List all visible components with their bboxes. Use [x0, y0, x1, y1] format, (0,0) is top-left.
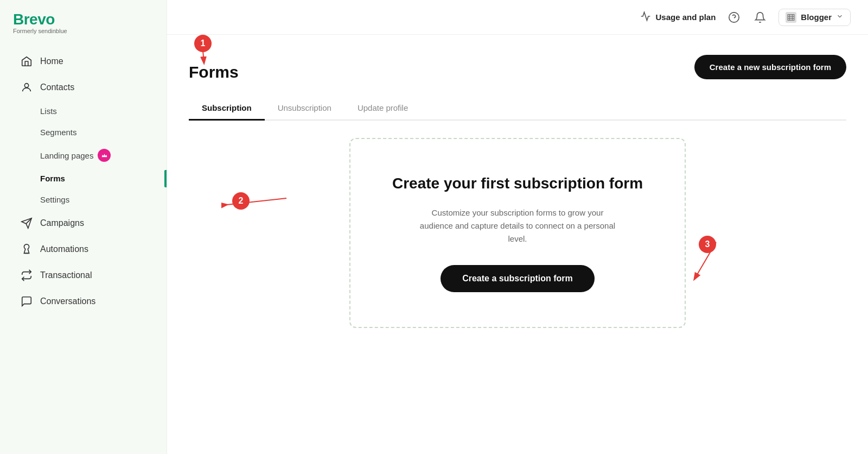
- sidebar-item-forms[interactable]: Forms: [5, 168, 161, 188]
- sidebar-item-home[interactable]: Home: [5, 49, 161, 74]
- usage-and-plan-button[interactable]: Usage and plan: [640, 11, 716, 23]
- arrow-2: [221, 190, 319, 222]
- sidebar-item-campaigns[interactable]: Campaigns: [5, 211, 161, 236]
- logo-name: Brevo: [13, 12, 67, 27]
- logo-sub: Formerly sendinblue: [13, 28, 67, 34]
- create-subscription-form-button[interactable]: Create a subscription form: [441, 265, 595, 292]
- page-title: Forms: [189, 63, 239, 81]
- crown-badge: [98, 149, 111, 162]
- building-icon: [786, 12, 796, 23]
- annotation-1: 1: [194, 35, 212, 52]
- annotation-3: 3: [699, 236, 716, 253]
- home-icon: [21, 55, 33, 67]
- svg-line-6: [694, 242, 716, 279]
- tab-unsubscription[interactable]: Unsubscription: [265, 97, 344, 121]
- svg-point-1: [729, 12, 739, 22]
- campaigns-icon: [21, 217, 33, 229]
- create-new-subscription-form-button[interactable]: Create a new subscription form: [694, 55, 846, 79]
- page-header: Forms Create a new subscription form: [189, 52, 846, 81]
- tabs: Subscription Unsubscription Update profi…: [189, 97, 846, 121]
- sidebar-item-lists[interactable]: Lists: [5, 101, 161, 121]
- tab-subscription[interactable]: Subscription: [189, 97, 265, 121]
- annotation-2: 2: [232, 192, 250, 210]
- sidebar: Brevo Formerly sendinblue Home Cont: [0, 0, 167, 454]
- contacts-icon: [21, 81, 33, 93]
- help-icon[interactable]: [726, 10, 742, 25]
- svg-rect-3: [788, 14, 794, 20]
- svg-point-0: [24, 84, 28, 87]
- empty-state-card: Create your first subscription form Cust…: [349, 138, 686, 328]
- nav-active-indicator: [164, 170, 167, 187]
- svg-line-5: [227, 198, 286, 205]
- sidebar-item-conversations[interactable]: Conversations: [5, 289, 161, 314]
- logo: Brevo Formerly sendinblue: [0, 0, 167, 44]
- sidebar-item-transactional-label: Transactional: [40, 270, 92, 280]
- sidebar-item-automations-label: Automations: [40, 244, 88, 254]
- sidebar-item-settings-label: Settings: [40, 195, 69, 204]
- user-menu[interactable]: Blogger: [778, 9, 851, 26]
- sidebar-item-contacts-label: Contacts: [40, 83, 74, 92]
- sidebar-item-segments[interactable]: Segments: [5, 122, 161, 142]
- sidebar-item-home-label: Home: [40, 56, 63, 66]
- empty-state-description: Customize your subscription forms to gro…: [414, 206, 621, 245]
- sidebar-item-segments-label: Segments: [40, 128, 77, 137]
- arrow-3: [673, 236, 760, 290]
- user-label: Blogger: [801, 12, 832, 22]
- empty-state-title: Create your first subscription form: [392, 174, 643, 193]
- tab-update-profile[interactable]: Update profile: [344, 97, 421, 121]
- sidebar-item-settings[interactable]: Settings: [5, 190, 161, 210]
- sidebar-item-automations[interactable]: Automations: [5, 237, 161, 262]
- conversations-icon: [21, 295, 33, 307]
- sidebar-item-lists-label: Lists: [40, 106, 57, 116]
- page-content: 1 Forms Create a new subscription form S…: [167, 35, 868, 454]
- sidebar-item-contacts[interactable]: Contacts: [5, 75, 161, 100]
- sidebar-item-forms-label: Forms: [40, 174, 65, 183]
- sidebar-item-landing-pages-label: Landing pages: [40, 151, 93, 160]
- automations-icon: [21, 243, 33, 255]
- usage-chart-icon: [640, 11, 651, 23]
- main-area: Usage and plan Blogger: [167, 0, 868, 454]
- sidebar-item-campaigns-label: Campaigns: [40, 218, 84, 228]
- sidebar-item-conversations-label: Conversations: [40, 297, 95, 306]
- notifications-icon[interactable]: [752, 10, 768, 25]
- transactional-icon: [21, 269, 33, 281]
- sidebar-item-transactional[interactable]: Transactional: [5, 263, 161, 288]
- usage-label: Usage and plan: [655, 12, 716, 22]
- sidebar-nav: Home Contacts Lists Segments Landing pag…: [0, 44, 167, 454]
- user-chevron-icon: [836, 12, 844, 22]
- sidebar-item-landing-pages[interactable]: Landing pages: [5, 143, 161, 167]
- topbar: Usage and plan Blogger: [167, 0, 868, 35]
